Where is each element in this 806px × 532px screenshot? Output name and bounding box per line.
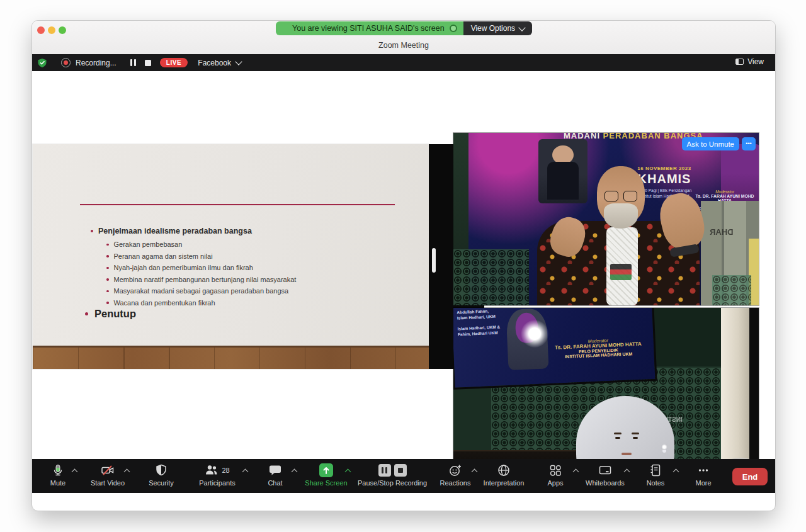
camera-off-icon: [101, 463, 115, 478]
bullet-dot: [106, 244, 109, 246]
tile-more-options-button[interactable]: •••: [742, 137, 756, 150]
recording-label: Recording...: [76, 59, 116, 67]
smiley-plus-icon: [448, 463, 462, 478]
view-layout-icon: [735, 59, 744, 65]
recording-dot-icon: [61, 58, 71, 67]
hijab-brooch: [661, 444, 667, 450]
slide-sub-bullet: Nyah-jajah dan pemeribumian ilmu dan fik…: [106, 262, 296, 274]
zoom-meeting-window: You are viewing SITI ASUHA SAID's screen…: [31, 20, 776, 511]
view-layout-button[interactable]: View: [735, 57, 764, 66]
scrollbar-thumb[interactable]: [432, 248, 436, 273]
desktop: You are viewing SITI ASUHA SAID's screen…: [0, 0, 806, 532]
participants-icon: [205, 463, 219, 477]
window-titlebar: You are viewing SITI ASUHA SAID's screen…: [32, 21, 775, 55]
view-layout-label: View: [747, 57, 764, 66]
slide-bullet-1-text: Penjelmaan idealisme peradaban bangsa: [98, 227, 252, 235]
share-screen-icon: [319, 463, 333, 477]
bullet-dot: [106, 302, 109, 304]
window-title: Zoom Meeting: [32, 41, 775, 50]
bullet-dot: [106, 267, 109, 269]
video-tile-speaker-2[interactable]: Abdullah Fahim, Islam Hadhari, UKM Islam…: [453, 308, 759, 481]
slide-bullet-1: Penjelmaan idealisme peradaban bangsa: [91, 227, 252, 235]
bullet-dot: [85, 312, 88, 315]
slide-divider-line: [80, 204, 395, 205]
glass-panel: DHAR: [701, 201, 759, 305]
shared-screen-area: Penjelmaan idealisme peradaban bangsa Ge…: [32, 71, 775, 459]
chat-bubble-icon: [268, 463, 282, 478]
bullet-dot: [106, 255, 109, 258]
ellipsis-icon: [696, 463, 710, 478]
stream-bar: Recording... LIVE Facebook View: [32, 54, 775, 71]
view-options-button[interactable]: View Options: [463, 21, 532, 35]
more-button[interactable]: More: [669, 463, 738, 487]
shield-icon: [154, 463, 168, 478]
share-screen-button[interactable]: Share Screen: [292, 463, 361, 487]
fullscreen-window-button[interactable]: [59, 26, 66, 34]
participants-count: 28: [222, 467, 229, 474]
slide-closing-bullet: Penutup: [85, 308, 136, 320]
pause-recording-button[interactable]: [130, 59, 136, 66]
chevron-down-icon: [518, 24, 525, 31]
notes-icon: [649, 463, 662, 478]
microphone-icon: [51, 463, 65, 478]
tv-small-text: Abdullah Fahim, Islam Hadhari, UKM Islam…: [457, 308, 500, 337]
participant-face: [606, 414, 647, 465]
live-platform-label: Facebook: [198, 59, 231, 67]
tv-moderator-block: Moderator Ts. DR. FARAH AYUNI MOHD HATTA…: [548, 336, 649, 359]
stop-recording-button[interactable]: [145, 60, 151, 66]
white-pillar: [721, 308, 750, 481]
close-window-button[interactable]: [37, 26, 45, 34]
lattice-pattern: [712, 275, 751, 305]
viewing-screen-banner: You are viewing SITI ASUHA SAID's screen…: [276, 21, 532, 35]
stop-recording-icon[interactable]: [394, 464, 407, 477]
slide-closing-text: Penutup: [94, 308, 136, 320]
pause-stop-recording-button[interactable]: Pause/Stop Recording: [358, 463, 427, 487]
globe-icon: [497, 463, 511, 478]
dark-edge: [749, 308, 759, 481]
lattice-pattern: [453, 249, 529, 305]
minimize-window-button[interactable]: [48, 26, 55, 34]
bullet-dot: [106, 290, 109, 293]
ask-to-unmute-button[interactable]: Ask to Unmute: [682, 137, 739, 150]
whiteboard-icon: [598, 463, 612, 478]
bullet-dot: [106, 278, 109, 281]
slide-sub-bullet: Peranan agama dan sistem nilai: [106, 251, 296, 263]
tile2-tv-screen: Abdullah Fahim, Islam Hadhari, UKM Islam…: [453, 308, 657, 390]
pause-recording-icon[interactable]: [378, 464, 391, 477]
slide-sub-bullet: Masyarakat madani sebagai gagasan perada…: [106, 285, 296, 297]
slide-sub-bullets: Gerakan pembebasan Peranan agama dan sis…: [106, 239, 296, 308]
slide-sub-bullet: Gerakan pembebasan: [106, 239, 296, 251]
speaker-beard: [604, 203, 638, 229]
meeting-secure-shield-icon: [37, 58, 47, 68]
meeting-toolbar: Mute Start Video: [32, 459, 775, 493]
speaker-scarf: [606, 227, 638, 305]
live-platform-dropdown[interactable]: Facebook: [198, 59, 241, 67]
poster-speaker-photo: [538, 139, 587, 203]
mirrored-glass-text: DHAR: [710, 227, 734, 237]
end-meeting-button[interactable]: End: [732, 468, 768, 485]
speaker-glasses: [604, 191, 637, 201]
video-tile-speaker-1[interactable]: MADANI PERADABAN BANGSA 16 NOVEMBER 2023…: [453, 133, 759, 305]
slide-sub-bullet: Wacana dan pembentukan fikrah: [106, 297, 296, 309]
share-options-chevron[interactable]: [345, 468, 351, 474]
viewing-screen-text-wrap: You are viewing SITI ASUHA SAID's screen: [276, 21, 463, 35]
slide-sub-bullet: Membina naratif pembangunan bertunjang n…: [106, 274, 296, 286]
chevron-down-icon: [235, 58, 242, 65]
live-badge: LIVE: [160, 58, 188, 67]
view-options-label: View Options: [471, 24, 515, 33]
slide-wood-floor: [33, 346, 429, 369]
bullet-dot: [91, 230, 93, 232]
viewing-screen-text: You are viewing SITI ASUHA SAID's screen: [292, 24, 445, 33]
shared-slide: Penjelmaan idealisme peradaban bangsa Ge…: [33, 144, 429, 369]
screen-share-indicator-icon: [450, 25, 457, 32]
apps-icon: [548, 463, 562, 478]
